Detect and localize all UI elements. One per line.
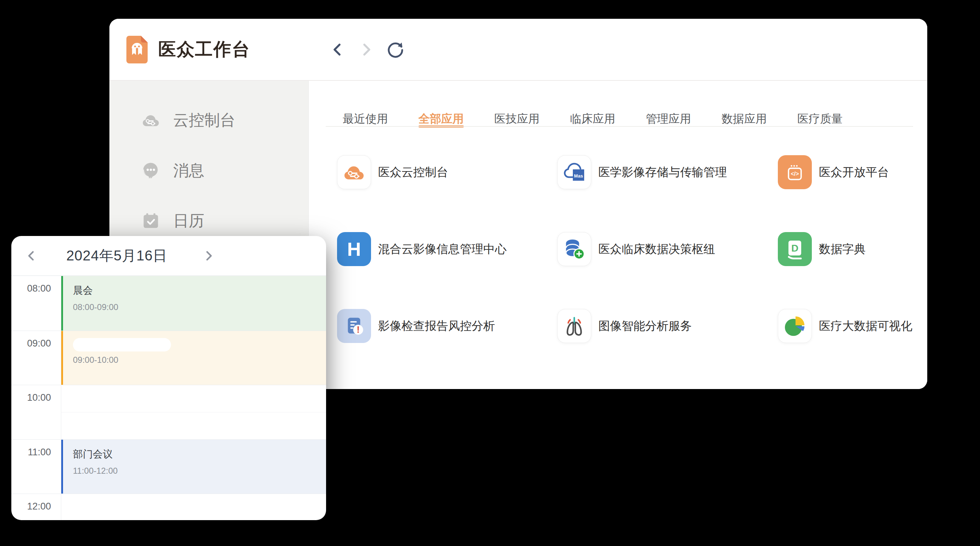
app-data-dictionary[interactable]: D 数据字典 [778,232,927,266]
hour-label: 12:00 [11,501,51,512]
calendar-header: 2024年5月16日 [11,236,326,276]
database-plus-icon [557,232,591,266]
refresh-icon [387,42,404,58]
calendar-row-10: 10:00 [11,385,326,439]
hour-label: 09:00 [11,338,51,349]
calendar-event-morning-meeting[interactable]: 晨会 08:00-09:00 [61,276,326,330]
calendar-event-redacted[interactable]: 09:00-10:00 [61,331,326,385]
tab-divider [326,126,913,127]
calendar-row-09: 09:00 09:00-10:00 [11,330,326,385]
app-report-risk-analysis[interactable]: ! 影像检查报告风控分析 [337,309,557,343]
app-label: 图像智能分析服务 [598,318,692,334]
sidebar-item-label: 云控制台 [173,110,235,131]
calendar-next-day-button[interactable] [198,236,220,275]
app-label: 混合云影像信息管理中心 [378,241,507,257]
app-cloud-console[interactable]: 医众云控制台 [337,155,557,189]
app-grid: 医众云控制台 Mas 医学影像存储与传输管理 [337,155,927,386]
app-title: 医众工作台 [158,38,250,61]
svg-text:H: H [347,238,361,260]
app-label: 影像检查报告风控分析 [378,318,495,334]
chevron-left-icon [330,42,345,57]
sidebar-item-messages[interactable]: 消息 [110,145,309,196]
tab-recent[interactable]: 最近使用 [343,111,388,127]
hour-label: 08:00 [11,283,51,294]
app-bigdata-visualization[interactable]: 医疗大数据可视化 [778,309,927,343]
calendar-check-icon [142,212,160,230]
orange-cloud-sliders-icon [337,155,371,189]
tab-clinical[interactable]: 临床应用 [570,111,615,127]
sidebar-item-label: 日历 [173,211,204,231]
app-logo-icon [126,36,148,64]
window-nav [329,41,404,58]
calendar-day-grid: 08:00 晨会 08:00-09:00 09:00 09:00-10:00 1… [11,276,326,520]
tab-medtech[interactable]: 医技应用 [494,111,539,127]
tab-quality[interactable]: 医疗质量 [797,111,843,127]
letter-h-tile-icon: H [337,232,371,266]
event-title-redacted-pill [73,338,171,351]
app-label: 医疗大数据可视化 [819,318,912,334]
app-clinical-data-hub[interactable]: 医众临床数据决策枢纽 [557,232,778,266]
svg-text:!: ! [356,324,360,334]
cloud-console-icon [142,111,160,129]
tab-all-apps[interactable]: 全部应用 [418,111,464,127]
hour-label: 11:00 [11,447,51,458]
calendar-event-department-meeting[interactable]: 部门会议 11:00-12:00 [61,440,326,494]
code-window-icon: </> [778,155,812,189]
app-label: 医众开放平台 [819,164,889,180]
event-time: 11:00-12:00 [73,466,326,476]
svg-text:Mas: Mas [574,173,583,179]
calendar-row-08: 08:00 晨会 08:00-09:00 [11,276,326,330]
app-label: 医众临床数据决策枢纽 [598,241,715,257]
app-open-platform[interactable]: </> 医众开放平台 [778,155,927,189]
forward-button[interactable] [358,41,375,58]
lungs-icon [557,309,591,343]
app-label: 医众云控制台 [378,164,448,180]
chevron-left-icon [26,250,37,262]
pie-chart-icon [778,309,812,343]
app-label: 医学影像存储与传输管理 [598,164,727,180]
blue-cloud-mas-icon: Mas [557,155,591,189]
calendar-panel: 2024年5月16日 08:00 晨会 08:00-09:00 09:00 09 [11,236,326,520]
back-button[interactable] [329,41,346,58]
content-area: 最近使用 全部应用 医技应用 临床应用 管理应用 数据应用 医疗质量 [309,81,927,389]
chevron-right-icon [204,250,214,262]
dictionary-book-icon: D [778,232,812,266]
svg-text:D: D [791,243,799,254]
sidebar-item-cloud-console[interactable]: 云控制台 [110,95,309,145]
svg-text:</>: </> [791,171,799,177]
sidebar-item-label: 消息 [173,160,204,181]
half-hour-gridline [61,412,326,412]
app-medical-image-storage[interactable]: Mas 医学影像存储与传输管理 [557,155,778,189]
tab-management[interactable]: 管理应用 [646,111,691,127]
app-image-ai-analysis[interactable]: 图像智能分析服务 [557,309,778,343]
event-time: 09:00-10:00 [73,355,326,365]
calendar-prev-day-button[interactable] [21,236,42,275]
message-bubble-icon [142,161,160,179]
event-title: 晨会 [73,284,326,297]
hour-label: 10:00 [11,392,51,403]
calendar-row-12: 12:00 [11,493,326,520]
calendar-row-11: 11:00 部门会议 11:00-12:00 [11,439,326,494]
app-label: 数据字典 [819,241,865,257]
refresh-button[interactable] [387,41,404,58]
window-header: 医众工作台 [110,19,927,81]
screenshot-stage: 医众工作台 [0,0,980,546]
event-title: 部门会议 [73,447,326,461]
calendar-date-label: 2024年5月16日 [46,236,188,275]
tab-bar: 最近使用 全部应用 医技应用 临床应用 管理应用 数据应用 医疗质量 [343,111,843,127]
app-hybrid-cloud-imaging[interactable]: H 混合云影像信息管理中心 [337,232,557,266]
chevron-right-icon [360,42,374,57]
event-time: 08:00-09:00 [73,302,326,312]
report-alert-icon: ! [337,309,371,343]
tab-data[interactable]: 数据应用 [722,111,767,127]
